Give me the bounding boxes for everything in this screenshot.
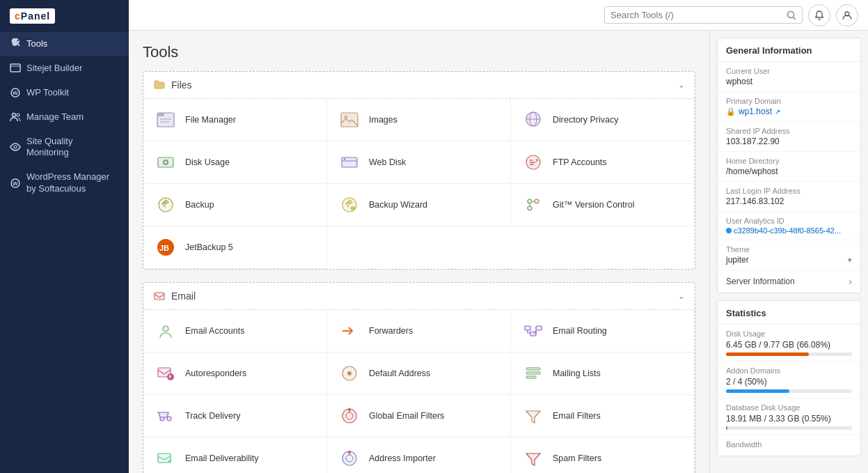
backup-label: Backup	[185, 199, 214, 210]
cpanel-logo: cPanel	[10, 8, 55, 24]
current-user-label: Current User	[726, 67, 852, 75]
db-disk-stat: Database Disk Usage 18.91 MB / 3.33 GB (…	[718, 398, 860, 435]
sidebar-label-sitejet: Sitejet Builder	[26, 63, 82, 75]
jetbackup5-label: JetBackup 5	[185, 242, 233, 253]
disk-usage-icon	[153, 150, 178, 175]
address-importer-label: Address Importer	[369, 453, 436, 464]
statistics-title: Statistics	[718, 301, 860, 325]
sidebar-item-manage-team[interactable]: Manage Team	[0, 105, 129, 130]
server-info-label: Server Information	[726, 277, 795, 286]
tool-address-importer[interactable]: Address Importer	[327, 437, 511, 473]
section-title-files: Files	[153, 79, 192, 91]
mailing-lists-label: Mailing Lists	[553, 368, 601, 379]
email-accounts-icon	[153, 318, 178, 343]
team-icon	[10, 111, 21, 123]
svg-point-4	[13, 114, 16, 117]
tool-jetbackup5[interactable]: JB JetBackup 5	[143, 226, 327, 269]
track-delivery-label: Track Delivery	[185, 410, 240, 421]
tool-git[interactable]: Git™ Version Control	[511, 184, 695, 226]
spam-filters-icon	[521, 446, 546, 471]
sidebar-item-wp-toolkit[interactable]: W WP Toolkit	[0, 81, 129, 105]
files-label: Files	[171, 79, 192, 91]
backup-wizard-icon	[337, 192, 362, 217]
sidebar-label-wp: WP Toolkit	[26, 87, 69, 99]
primary-domain-value: 🔒 wp1.host ↗	[726, 107, 852, 116]
default-address-icon	[337, 361, 362, 386]
tool-global-email-filters[interactable]: Global Email Filters	[327, 395, 511, 437]
tool-email-deliverability[interactable]: Email Deliverability	[143, 437, 327, 473]
theme-label: Theme	[726, 245, 852, 254]
tool-default-address[interactable]: Default Address	[327, 352, 511, 395]
user-icon[interactable]	[836, 4, 858, 26]
tool-track-delivery[interactable]: Track Delivery	[143, 395, 327, 437]
addon-domains-bar-fill	[726, 389, 789, 393]
wp2-icon: W	[10, 178, 21, 189]
page-title: Tools	[143, 43, 695, 61]
search-icon	[787, 10, 796, 20]
shared-ip-value: 103.187.22.90	[726, 137, 852, 146]
tool-autoresponders[interactable]: Autoresponders	[143, 352, 327, 395]
content-area: Tools Files ⌄	[129, 31, 868, 473]
disk-usage-bar-fill	[726, 352, 809, 356]
sidebar-item-site-quality[interactable]: Site QualityMonitoring	[0, 130, 129, 166]
svg-point-55	[348, 408, 351, 411]
tool-backup[interactable]: Backup	[143, 184, 327, 226]
sidebar-item-sitejet[interactable]: Sitejet Builder	[0, 56, 129, 81]
analytics-dot	[726, 228, 732, 233]
tool-spam-filters[interactable]: Spam Filters	[511, 437, 695, 473]
tool-mailing-lists[interactable]: Mailing Lists	[511, 352, 695, 395]
tool-backup-wizard[interactable]: Backup Wizard	[327, 184, 511, 226]
server-info-arrow: ›	[849, 276, 852, 287]
disk-usage-bar-bg	[726, 352, 852, 356]
svg-rect-47	[526, 368, 540, 370]
tool-email-routing[interactable]: Email Routing	[511, 310, 695, 352]
search-input[interactable]	[610, 10, 782, 20]
tool-file-manager[interactable]: File Manager	[143, 99, 327, 141]
jetbackup5-icon: JB	[153, 235, 178, 260]
search-wrap[interactable]	[604, 6, 803, 24]
tool-directory-privacy[interactable]: Directory Privacy	[511, 99, 695, 141]
tool-ftp-accounts[interactable]: FTP Accounts	[511, 141, 695, 184]
tool-disk-usage[interactable]: Disk Usage	[143, 141, 327, 184]
email-tools-grid: Email Accounts Forwarders	[143, 310, 695, 473]
mailing-lists-icon	[521, 361, 546, 386]
primary-domain-link[interactable]: wp1.host	[739, 107, 772, 116]
svg-rect-16	[341, 113, 358, 127]
sidebar: cPanel Tools Sitejet Builder W WP Toolki…	[0, 0, 129, 473]
web-disk-icon	[337, 150, 362, 175]
general-info-card: General Information Current User wphost …	[717, 38, 861, 293]
disk-usage-stat: Disk Usage 6.45 GB / 9.77 GB (66.08%)	[718, 325, 860, 362]
svg-point-46	[347, 371, 352, 375]
global-email-filters-icon	[337, 403, 362, 428]
tool-images[interactable]: Images	[327, 99, 511, 141]
tool-forwarders[interactable]: Forwarders	[327, 310, 511, 352]
svg-rect-41	[536, 326, 542, 330]
svg-point-6	[14, 146, 17, 148]
sidebar-item-wp-manager[interactable]: W WordPress Managerby Softaculous	[0, 165, 129, 201]
svg-line-10	[794, 17, 796, 20]
files-toggle: ⌄	[678, 80, 685, 90]
sitejet-icon	[10, 63, 21, 74]
email-section-icon	[153, 290, 166, 302]
section-files: Files ⌄	[143, 71, 695, 270]
theme-select[interactable]: jupiter ▾	[726, 255, 852, 265]
section-header-email[interactable]: Email ⌄	[143, 283, 695, 310]
images-icon	[337, 107, 362, 132]
tool-web-disk[interactable]: Web Disk	[327, 141, 511, 184]
server-info-row[interactable]: Server Information ›	[718, 270, 860, 293]
notifications-icon[interactable]	[808, 4, 830, 26]
svg-point-34	[535, 199, 539, 203]
section-header-files[interactable]: Files ⌄	[143, 72, 695, 99]
shared-ip-row: Shared IP Address 103.187.22.90	[718, 122, 860, 152]
svg-text:W: W	[13, 180, 18, 187]
tool-email-accounts[interactable]: Email Accounts	[143, 310, 327, 352]
external-link-icon: ↗	[775, 108, 780, 116]
backup-icon	[153, 192, 178, 217]
sidebar-item-tools[interactable]: Tools	[0, 32, 129, 56]
ftp-accounts-icon	[521, 150, 546, 175]
home-dir-label: Home Directory	[726, 157, 852, 165]
tool-email-filters[interactable]: Email Filters	[511, 395, 695, 437]
disk-usage-stat-value: 6.45 GB / 9.77 GB (66.08%)	[726, 340, 852, 350]
theme-value: jupiter	[726, 255, 749, 265]
sidebar-nav: Tools Sitejet Builder W WP Toolkit Mana	[0, 32, 129, 473]
